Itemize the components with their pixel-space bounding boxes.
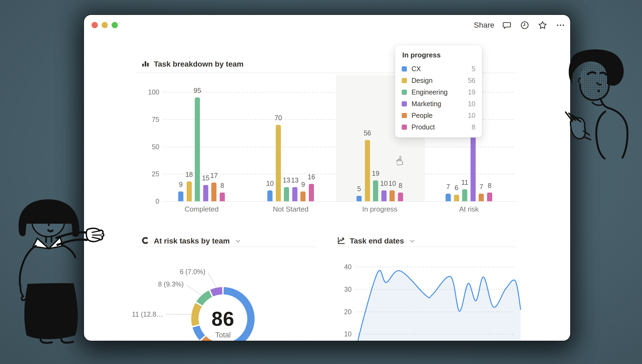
line-chart-title: Task end dates — [350, 237, 404, 245]
bar-design-3[interactable] — [454, 195, 459, 201]
tooltip-team-label: Engineering — [411, 88, 463, 96]
bar-value-label: 70 — [270, 114, 287, 122]
chevron-down-icon[interactable] — [235, 238, 241, 245]
y-axis-tick: 30 — [333, 285, 352, 293]
bar-marketing-0[interactable] — [203, 185, 208, 201]
bar-marketing-2[interactable] — [381, 190, 387, 201]
y-axis-tick: 10 — [333, 330, 352, 338]
legend-chip — [402, 113, 407, 118]
tooltip-team-value: 56 — [468, 77, 475, 84]
bar-people-3[interactable] — [479, 194, 484, 201]
bar-cx-0[interactable] — [178, 191, 183, 201]
bar-marketing-3[interactable] — [471, 136, 476, 201]
bar-marketing-1[interactable] — [292, 187, 297, 201]
clock-icon[interactable] — [519, 20, 530, 31]
bar-value-label: 10 — [261, 180, 279, 187]
legend-chip — [402, 101, 407, 106]
bar-value-label: 95 — [189, 87, 206, 95]
legend-chip — [402, 78, 407, 83]
donut-slice-label: 11 (12.8… — [113, 310, 163, 318]
bar-engineering-0[interactable] — [195, 98, 200, 201]
bar-people-2[interactable] — [390, 190, 395, 201]
bar-product-3[interactable] — [487, 193, 492, 201]
bar-engineering-1[interactable] — [284, 187, 289, 201]
tooltip-team-value: 10 — [468, 100, 475, 108]
divider — [135, 246, 316, 247]
bar-value-label: 9 — [294, 181, 312, 188]
app-window: Share — [84, 15, 570, 341]
desktop-background: Share — [0, 0, 642, 364]
tooltip-row: Marketing 10 — [402, 98, 475, 110]
bar-value-label: 8 — [214, 182, 231, 190]
bar-chart-title: Task breakdown by team — [154, 60, 244, 69]
bar-cx-3[interactable] — [446, 194, 451, 201]
chevron-down-icon[interactable] — [409, 238, 415, 245]
y-axis-tick: 75 — [140, 115, 159, 123]
window-actions: Share — [474, 19, 566, 32]
tooltip-row: People 10 — [402, 110, 475, 121]
share-button[interactable]: Share — [474, 21, 494, 30]
line-chart-header: Task end dates — [337, 235, 415, 247]
tooltip-team-label: People — [411, 112, 463, 119]
tooltip-team-value: 10 — [468, 112, 475, 119]
tooltip-row: Product 8 — [402, 121, 475, 133]
bar-design-1[interactable] — [276, 125, 281, 201]
bar-chart-header: Task breakdown by team — [141, 58, 244, 70]
zoom-window-button[interactable] — [112, 22, 118, 28]
tooltip-team-label: Design — [411, 77, 463, 84]
tooltip-title: In progress — [402, 51, 475, 59]
donut-chart-icon — [141, 236, 150, 246]
more-icon[interactable] — [555, 20, 566, 31]
x-axis-category: Not Started — [261, 205, 320, 213]
bar-people-1[interactable] — [300, 191, 306, 201]
star-icon[interactable] — [537, 20, 548, 31]
tooltip-team-label: Marketing — [411, 100, 463, 108]
bar-product-2[interactable] — [398, 193, 403, 201]
donut-chart-title: At risk tasks by team — [154, 237, 230, 245]
y-axis-tick: 0 — [140, 197, 159, 205]
tooltip-row: Engineering 19 — [402, 86, 475, 98]
bar-chart-icon — [141, 60, 150, 69]
bar-value-label: 56 — [359, 129, 376, 137]
bar-value-label: 8 — [481, 182, 498, 190]
bar-value-label: 9 — [172, 181, 190, 188]
tooltip-team-value: 8 — [472, 123, 475, 131]
bar-product-0[interactable] — [220, 193, 225, 201]
tooltip-team-label: Product — [411, 123, 467, 131]
donut-total-value: 86 — [196, 307, 250, 330]
donut-center-total: 86 Total — [196, 307, 250, 339]
minimize-window-button[interactable] — [102, 22, 108, 28]
tooltip-team-value: 19 — [468, 88, 475, 96]
legend-chip — [402, 90, 407, 95]
line-area-fill — [357, 270, 521, 341]
bar-value-label: 17 — [205, 172, 223, 180]
bar-cx-1[interactable] — [267, 190, 273, 201]
donut-slice-label: 8 (9.3%) — [133, 280, 184, 288]
legend-chip — [402, 125, 407, 130]
bar-value-label: 8 — [392, 182, 409, 190]
traffic-lights — [92, 22, 118, 28]
bar-value-label: 16 — [303, 173, 320, 181]
y-axis-tick: 50 — [140, 143, 159, 151]
y-axis-tick: 20 — [333, 308, 352, 316]
chart-tooltip: In progress CX 5 Design 56 Engineering 1… — [395, 45, 482, 138]
y-axis-tick: 40 — [333, 263, 352, 271]
line-series — [357, 270, 521, 341]
donut-slice — [210, 287, 222, 297]
tooltip-row: CX 5 — [402, 63, 475, 75]
y-axis-tick: 100 — [140, 88, 159, 96]
legend-chip — [402, 66, 407, 72]
donut-slice-label: 6 (7.0%) — [155, 268, 205, 276]
comment-icon[interactable] — [501, 20, 512, 31]
donut-slice — [196, 290, 212, 306]
tooltip-row: Design 56 — [402, 75, 475, 86]
close-window-button[interactable] — [92, 22, 98, 28]
tooltip-team-label: CX — [411, 65, 467, 73]
divider — [337, 246, 516, 247]
donut-chart-header: At risk tasks by team — [141, 235, 241, 247]
x-axis-category: At risk — [439, 205, 499, 213]
bar-value-label: 18 — [180, 171, 198, 178]
bar-cx-2[interactable] — [356, 196, 362, 201]
x-axis-category: Completed — [172, 205, 231, 213]
bar-value-label: 11 — [456, 178, 474, 186]
